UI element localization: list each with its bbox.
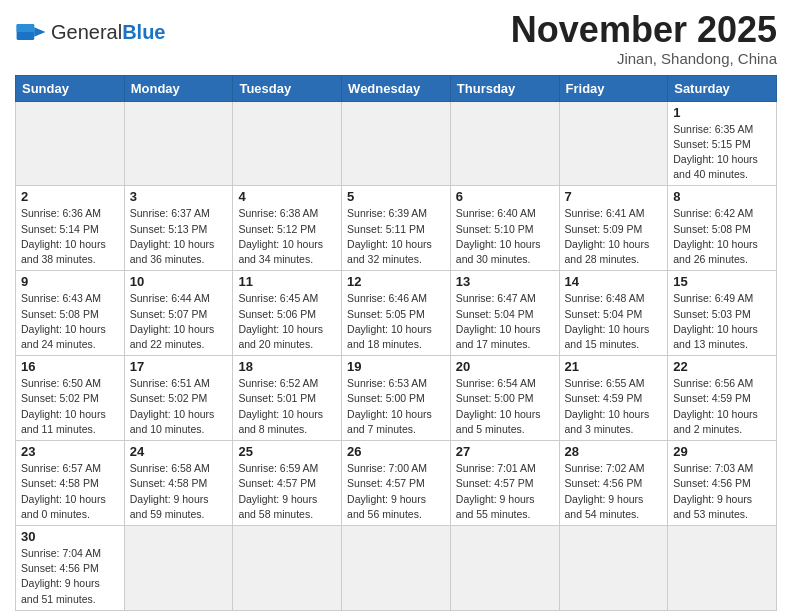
day-info: Sunrise: 6:44 AMSunset: 5:07 PMDaylight:… — [130, 291, 228, 352]
calendar-cell: 17Sunrise: 6:51 AMSunset: 5:02 PMDayligh… — [124, 356, 233, 441]
svg-marker-1 — [34, 27, 45, 37]
day-info: Sunrise: 6:49 AMSunset: 5:03 PMDaylight:… — [673, 291, 771, 352]
day-number: 30 — [21, 529, 119, 544]
day-info: Sunrise: 6:53 AMSunset: 5:00 PMDaylight:… — [347, 376, 445, 437]
day-number: 2 — [21, 189, 119, 204]
calendar-cell: 9Sunrise: 6:43 AMSunset: 5:08 PMDaylight… — [16, 271, 125, 356]
calendar-cell: 1Sunrise: 6:35 AMSunset: 5:15 PMDaylight… — [668, 101, 777, 186]
calendar-cell: 14Sunrise: 6:48 AMSunset: 5:04 PMDayligh… — [559, 271, 668, 356]
calendar-cell — [342, 525, 451, 610]
day-info: Sunrise: 6:57 AMSunset: 4:58 PMDaylight:… — [21, 461, 119, 522]
day-number: 20 — [456, 359, 554, 374]
calendar-cell: 23Sunrise: 6:57 AMSunset: 4:58 PMDayligh… — [16, 441, 125, 526]
day-info: Sunrise: 6:54 AMSunset: 5:00 PMDaylight:… — [456, 376, 554, 437]
day-number: 5 — [347, 189, 445, 204]
header-monday: Monday — [124, 75, 233, 101]
day-info: Sunrise: 6:50 AMSunset: 5:02 PMDaylight:… — [21, 376, 119, 437]
day-number: 6 — [456, 189, 554, 204]
day-info: Sunrise: 6:35 AMSunset: 5:15 PMDaylight:… — [673, 122, 771, 183]
day-number: 13 — [456, 274, 554, 289]
calendar-cell: 6Sunrise: 6:40 AMSunset: 5:10 PMDaylight… — [450, 186, 559, 271]
weekday-header-row: Sunday Monday Tuesday Wednesday Thursday… — [16, 75, 777, 101]
calendar-cell: 19Sunrise: 6:53 AMSunset: 5:00 PMDayligh… — [342, 356, 451, 441]
day-number: 27 — [456, 444, 554, 459]
day-info: Sunrise: 7:00 AMSunset: 4:57 PMDaylight:… — [347, 461, 445, 522]
calendar-table: Sunday Monday Tuesday Wednesday Thursday… — [15, 75, 777, 611]
day-info: Sunrise: 7:03 AMSunset: 4:56 PMDaylight:… — [673, 461, 771, 522]
calendar-cell — [450, 101, 559, 186]
calendar-cell — [559, 525, 668, 610]
calendar-cell: 20Sunrise: 6:54 AMSunset: 5:00 PMDayligh… — [450, 356, 559, 441]
header-saturday: Saturday — [668, 75, 777, 101]
day-info: Sunrise: 6:36 AMSunset: 5:14 PMDaylight:… — [21, 206, 119, 267]
title-block: November 2025 Jinan, Shandong, China — [511, 10, 777, 67]
generalblue-logo-icon — [15, 16, 47, 48]
day-number: 14 — [565, 274, 663, 289]
day-info: Sunrise: 6:46 AMSunset: 5:05 PMDaylight:… — [347, 291, 445, 352]
calendar-cell — [342, 101, 451, 186]
day-number: 4 — [238, 189, 336, 204]
day-info: Sunrise: 6:45 AMSunset: 5:06 PMDaylight:… — [238, 291, 336, 352]
calendar-cell — [233, 101, 342, 186]
calendar-cell: 16Sunrise: 6:50 AMSunset: 5:02 PMDayligh… — [16, 356, 125, 441]
day-number: 26 — [347, 444, 445, 459]
day-info: Sunrise: 6:43 AMSunset: 5:08 PMDaylight:… — [21, 291, 119, 352]
day-info: Sunrise: 6:39 AMSunset: 5:11 PMDaylight:… — [347, 206, 445, 267]
day-number: 21 — [565, 359, 663, 374]
day-info: Sunrise: 6:56 AMSunset: 4:59 PMDaylight:… — [673, 376, 771, 437]
calendar-cell — [559, 101, 668, 186]
day-number: 16 — [21, 359, 119, 374]
header-tuesday: Tuesday — [233, 75, 342, 101]
calendar-cell — [450, 525, 559, 610]
calendar-cell: 13Sunrise: 6:47 AMSunset: 5:04 PMDayligh… — [450, 271, 559, 356]
day-number: 3 — [130, 189, 228, 204]
day-number: 15 — [673, 274, 771, 289]
header-friday: Friday — [559, 75, 668, 101]
day-number: 17 — [130, 359, 228, 374]
day-info: Sunrise: 6:41 AMSunset: 5:09 PMDaylight:… — [565, 206, 663, 267]
day-number: 22 — [673, 359, 771, 374]
day-number: 7 — [565, 189, 663, 204]
calendar-cell: 25Sunrise: 6:59 AMSunset: 4:57 PMDayligh… — [233, 441, 342, 526]
logo-text: GeneralBlue — [51, 21, 166, 44]
page: GeneralBlue November 2025 Jinan, Shandon… — [0, 0, 792, 612]
day-info: Sunrise: 6:48 AMSunset: 5:04 PMDaylight:… — [565, 291, 663, 352]
calendar-cell: 29Sunrise: 7:03 AMSunset: 4:56 PMDayligh… — [668, 441, 777, 526]
calendar-cell: 28Sunrise: 7:02 AMSunset: 4:56 PMDayligh… — [559, 441, 668, 526]
calendar-cell: 21Sunrise: 6:55 AMSunset: 4:59 PMDayligh… — [559, 356, 668, 441]
calendar-cell — [233, 525, 342, 610]
day-number: 12 — [347, 274, 445, 289]
day-info: Sunrise: 6:51 AMSunset: 5:02 PMDaylight:… — [130, 376, 228, 437]
day-info: Sunrise: 6:37 AMSunset: 5:13 PMDaylight:… — [130, 206, 228, 267]
calendar-cell — [124, 525, 233, 610]
calendar-cell: 3Sunrise: 6:37 AMSunset: 5:13 PMDaylight… — [124, 186, 233, 271]
header: GeneralBlue November 2025 Jinan, Shandon… — [15, 10, 777, 67]
calendar-cell — [124, 101, 233, 186]
day-number: 24 — [130, 444, 228, 459]
header-sunday: Sunday — [16, 75, 125, 101]
calendar-cell: 12Sunrise: 6:46 AMSunset: 5:05 PMDayligh… — [342, 271, 451, 356]
day-info: Sunrise: 6:42 AMSunset: 5:08 PMDaylight:… — [673, 206, 771, 267]
calendar-cell: 5Sunrise: 6:39 AMSunset: 5:11 PMDaylight… — [342, 186, 451, 271]
day-number: 9 — [21, 274, 119, 289]
header-wednesday: Wednesday — [342, 75, 451, 101]
calendar-cell: 7Sunrise: 6:41 AMSunset: 5:09 PMDaylight… — [559, 186, 668, 271]
calendar-cell: 10Sunrise: 6:44 AMSunset: 5:07 PMDayligh… — [124, 271, 233, 356]
header-thursday: Thursday — [450, 75, 559, 101]
calendar-cell: 15Sunrise: 6:49 AMSunset: 5:03 PMDayligh… — [668, 271, 777, 356]
day-number: 29 — [673, 444, 771, 459]
day-number: 19 — [347, 359, 445, 374]
day-info: Sunrise: 6:58 AMSunset: 4:58 PMDaylight:… — [130, 461, 228, 522]
month-title: November 2025 — [511, 10, 777, 50]
calendar-cell: 22Sunrise: 6:56 AMSunset: 4:59 PMDayligh… — [668, 356, 777, 441]
calendar-cell: 8Sunrise: 6:42 AMSunset: 5:08 PMDaylight… — [668, 186, 777, 271]
day-info: Sunrise: 7:04 AMSunset: 4:56 PMDaylight:… — [21, 546, 119, 607]
calendar-cell — [668, 525, 777, 610]
day-number: 11 — [238, 274, 336, 289]
day-number: 8 — [673, 189, 771, 204]
day-info: Sunrise: 6:59 AMSunset: 4:57 PMDaylight:… — [238, 461, 336, 522]
day-info: Sunrise: 6:55 AMSunset: 4:59 PMDaylight:… — [565, 376, 663, 437]
day-number: 25 — [238, 444, 336, 459]
day-info: Sunrise: 6:47 AMSunset: 5:04 PMDaylight:… — [456, 291, 554, 352]
calendar-cell: 24Sunrise: 6:58 AMSunset: 4:58 PMDayligh… — [124, 441, 233, 526]
